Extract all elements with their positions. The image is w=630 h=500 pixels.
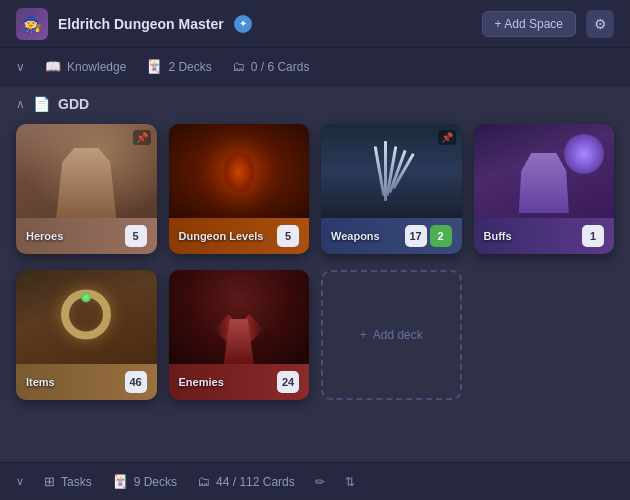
weapons-footer: Weapons 17 2 [321,218,462,254]
bottom-chevron[interactable]: ∨ [16,475,24,488]
enemies-name: Enemies [179,376,224,388]
heroes-count: 5 [125,225,147,247]
decks-icon: 🃏 [146,59,162,74]
buffs-footer: Buffs 1 [474,218,615,254]
buffs-count: 1 [582,225,604,247]
deck-card-buffs[interactable]: Buffs 1 [474,124,615,254]
heroes-name: Heroes [26,230,63,242]
weapons-count-group: 17 2 [405,225,452,247]
deck-grid-row1: 📌 Heroes 5 Dungeon Levels 5 [0,120,630,270]
heroes-footer: Heroes 5 [16,218,157,254]
buffs-glow [564,134,604,174]
buffs-name: Buffs [484,230,512,242]
add-deck-label: Add deck [373,328,423,342]
deck-grid-row2: Items 46 Enemies 24 + Add deck [0,270,630,416]
sort-icon[interactable]: ⇅ [345,475,355,489]
bottom-cards-icon: 🗂 [197,474,210,489]
bottom-item-cards[interactable]: 🗂 44 / 112 Cards [197,474,295,489]
weapons-image: 📌 [321,124,462,218]
gear-button[interactable]: ⚙ [586,10,614,38]
dungeon-image [169,124,310,218]
empty-slot [474,270,615,400]
knowledge-chevron[interactable]: ∨ [16,60,25,74]
buffs-figure [519,153,569,213]
enemies-image [169,270,310,364]
items-footer: Items 46 [16,364,157,400]
knowledge-item-cards[interactable]: 🗂 0 / 6 Cards [232,59,310,74]
enemies-footer: Enemies 24 [169,364,310,400]
items-count: 46 [125,371,147,393]
weapons-count2: 2 [430,225,452,247]
cards-icon: 🗂 [232,59,245,74]
add-deck-card[interactable]: + Add deck [321,270,462,400]
top-header: 🧙 Eldritch Dungeon Master ✦ + Add Space … [0,0,630,48]
header-left: 🧙 Eldritch Dungeon Master ✦ [16,8,252,40]
edit-icon[interactable]: ✏ [315,475,325,489]
gdd-chevron[interactable]: ∧ [16,97,25,111]
heroes-pin-icon: 📌 [133,130,151,145]
deck-card-heroes[interactable]: 📌 Heroes 5 [16,124,157,254]
bottom-decks-label: 9 Decks [134,475,177,489]
add-deck-plus-icon: + [360,328,367,342]
dungeon-name: Dungeon Levels [179,230,264,242]
knowledge-item-knowledge[interactable]: 📖 Knowledge [45,59,126,74]
bottom-cards-label: 44 / 112 Cards [216,475,295,489]
app-title: Eldritch Dungeon Master [58,16,224,32]
knowledge-label: Knowledge [67,60,126,74]
add-space-button[interactable]: + Add Space [482,11,576,37]
dungeon-footer: Dungeon Levels 5 [169,218,310,254]
cards-label: 0 / 6 Cards [251,60,310,74]
hero-figure [56,148,116,218]
buffs-image [474,124,615,218]
knowledge-icon: 📖 [45,59,61,74]
deck-card-dungeon[interactable]: Dungeon Levels 5 [169,124,310,254]
knowledge-item-decks[interactable]: 🃏 2 Decks [146,59,211,74]
bottom-item-tasks[interactable]: ⊞ Tasks [44,474,92,489]
header-right: + Add Space ⚙ [482,10,614,38]
bottom-bar: ∨ ⊞ Tasks 🃏 9 Decks 🗂 44 / 112 Cards ✏ ⇅ [0,462,630,500]
weapons-name: Weapons [331,230,380,242]
deck-card-enemies[interactable]: Enemies 24 [169,270,310,400]
items-name: Items [26,376,55,388]
heroes-image: 📌 [16,124,157,218]
ring-gem [81,293,91,303]
bottom-decks-icon: 🃏 [112,474,128,489]
enemies-count: 24 [277,371,299,393]
deck-card-items[interactable]: Items 46 [16,270,157,400]
weapons-pin-icon: 📌 [438,130,456,145]
main-content: ∧ 📄 GDD 📌 Heroes 5 Dungeon Levels 5 [0,86,630,462]
gdd-title: GDD [58,96,89,112]
dungeon-count: 5 [277,225,299,247]
gdd-icon: 📄 [33,96,50,112]
bottom-item-decks[interactable]: 🃏 9 Decks [112,474,177,489]
weapons-count: 17 [405,225,427,247]
decks-label: 2 Decks [168,60,211,74]
tasks-label: Tasks [61,475,92,489]
tasks-icon: ⊞ [44,474,55,489]
verified-icon: ✦ [234,15,252,33]
ring-shape [61,290,111,340]
items-image [16,270,157,364]
app-avatar: 🧙 [16,8,48,40]
gdd-section-header: ∧ 📄 GDD [0,86,630,120]
enemy-figure [214,299,264,364]
knowledge-row: ∨ 📖 Knowledge 🃏 2 Decks 🗂 0 / 6 Cards [0,48,630,86]
deck-card-weapons[interactable]: 📌 Weapons 17 2 [321,124,462,254]
